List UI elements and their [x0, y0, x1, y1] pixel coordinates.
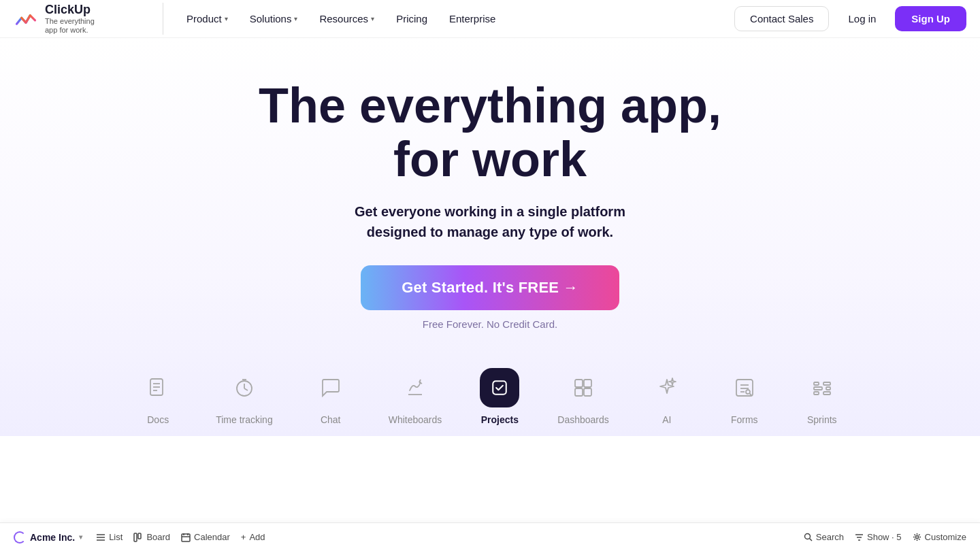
tab-dashboards[interactable]: Dashboards: [538, 357, 628, 436]
svg-rect-14: [575, 388, 583, 396]
hero-section: The everything app, for work Get everyon…: [0, 38, 980, 436]
svg-point-20: [746, 390, 750, 394]
time-tracking-icon: [233, 377, 255, 399]
settings-icon: [913, 533, 921, 541]
workspace-chevron-icon: ▾: [79, 533, 82, 541]
svg-rect-26: [826, 387, 830, 390]
chat-icon-wrap: [311, 368, 350, 407]
workspace-logo[interactable]: Acme Inc. ▾: [14, 531, 82, 544]
tab-docs[interactable]: Docs: [119, 357, 197, 436]
tab-docs-label: Docs: [147, 414, 169, 425]
login-button[interactable]: Log in: [836, 7, 888, 31]
chevron-down-icon: ▾: [225, 15, 228, 22]
nav-item-pricing[interactable]: Pricing: [387, 7, 437, 30]
tab-ai-label: AI: [662, 414, 671, 425]
hero-title: The everything app, for work: [259, 79, 721, 186]
tab-ai[interactable]: AI: [628, 357, 706, 436]
nav-item-resources[interactable]: Resources ▾: [310, 7, 384, 30]
nav-item-solutions[interactable]: Solutions ▾: [240, 7, 308, 30]
svg-point-37: [804, 534, 810, 539]
search-label: Search: [816, 532, 844, 542]
svg-line-38: [809, 539, 812, 541]
nav-item-enterprise[interactable]: Enterprise: [440, 7, 505, 30]
calendar-view-label: Calendar: [194, 532, 230, 542]
logo-text-area: ClickUp The everythingapp for work.: [45, 3, 95, 35]
svg-rect-32: [138, 533, 141, 539]
list-icon: [96, 533, 105, 542]
dashboards-icon-wrap: [564, 368, 603, 407]
add-icon: +: [241, 532, 246, 542]
svg-line-6: [244, 388, 248, 390]
customize-button[interactable]: Customize: [913, 532, 966, 542]
svg-rect-15: [584, 388, 591, 396]
nav-item-product[interactable]: Product ▾: [177, 7, 238, 30]
board-view-label: Board: [146, 532, 170, 542]
svg-rect-22: [814, 382, 819, 385]
show-filter-button[interactable]: Show · 5: [855, 532, 902, 542]
time-tracking-icon-wrap: [225, 368, 264, 407]
nav-actions: Contact Sales Log in Sign Up: [734, 6, 966, 31]
svg-rect-11: [493, 382, 507, 395]
chevron-down-icon: ▾: [294, 15, 297, 22]
bottom-right-actions: Search Show · 5 Customize: [804, 532, 966, 542]
svg-rect-13: [584, 380, 591, 387]
docs-icon: [147, 377, 169, 399]
tab-forms[interactable]: Forms: [706, 357, 783, 436]
calendar-view-button[interactable]: Calendar: [181, 532, 230, 542]
tab-whiteboards-label: Whiteboards: [389, 414, 442, 425]
forms-icon: [734, 377, 755, 399]
contact-sales-button[interactable]: Contact Sales: [734, 6, 829, 31]
search-button[interactable]: Search: [804, 532, 844, 542]
svg-line-21: [749, 394, 751, 396]
brand-name: ClickUp: [45, 3, 95, 17]
brand-tagline: The everythingapp for work.: [45, 17, 95, 35]
search-icon: [804, 533, 813, 541]
forms-icon-wrap: [725, 368, 764, 407]
nav-links: Product ▾ Solutions ▾ Resources ▾ Pricin…: [177, 7, 734, 30]
tab-sprints-label: Sprints: [807, 414, 837, 425]
list-view-button[interactable]: List: [96, 532, 122, 542]
signup-button[interactable]: Sign Up: [895, 6, 966, 31]
whiteboards-icon-wrap: [395, 368, 435, 407]
tab-chat-label: Chat: [321, 414, 341, 425]
tab-dashboards-label: Dashboards: [557, 414, 609, 425]
tab-projects-label: Projects: [481, 414, 519, 425]
dashboards-icon: [572, 377, 594, 399]
hero-subtitle: Get everyone working in a single platfor…: [355, 201, 625, 242]
cta-button[interactable]: Get Started. It's FREE →: [361, 265, 619, 310]
filter-icon: [855, 533, 864, 541]
chat-icon: [320, 377, 342, 399]
show-filter-label: Show · 5: [867, 532, 902, 542]
ai-icon: [656, 377, 678, 399]
sprints-icon: [811, 377, 833, 399]
tab-chat[interactable]: Chat: [292, 357, 370, 436]
svg-rect-12: [575, 380, 583, 387]
cta-subtext: Free Forever. No Credit Card.: [423, 318, 557, 330]
feature-tabs: Docs Time tracking Chat: [0, 357, 980, 436]
tab-sprints[interactable]: Sprints: [783, 357, 861, 436]
docs-icon-wrap: [138, 368, 178, 407]
clickup-logo-icon: [14, 7, 38, 31]
logo-area[interactable]: ClickUp The everythingapp for work.: [14, 3, 163, 35]
navbar: ClickUp The everythingapp for work. Prod…: [0, 0, 980, 38]
customize-label: Customize: [925, 532, 966, 542]
whiteboards-icon: [404, 377, 426, 399]
workspace-spinner-icon: [14, 531, 26, 544]
add-view-button[interactable]: + Add: [241, 532, 265, 542]
tab-time-tracking-label: Time tracking: [216, 414, 273, 425]
svg-point-42: [915, 536, 918, 539]
svg-rect-31: [134, 533, 137, 541]
projects-icon-wrap: [480, 368, 519, 407]
bottom-bar: Acme Inc. ▾ List Board: [0, 522, 980, 551]
svg-rect-27: [823, 392, 830, 395]
bottom-view-actions: List Board Calendar + Add: [96, 532, 265, 542]
tab-projects[interactable]: Projects: [461, 357, 538, 436]
svg-rect-25: [823, 382, 830, 385]
projects-icon: [491, 377, 508, 399]
svg-rect-24: [814, 392, 819, 395]
tab-time-tracking[interactable]: Time tracking: [197, 357, 292, 436]
svg-rect-33: [182, 534, 190, 541]
board-view-button[interactable]: Board: [133, 532, 170, 542]
ai-icon-wrap: [647, 368, 687, 407]
tab-whiteboards[interactable]: Whiteboards: [370, 357, 461, 436]
